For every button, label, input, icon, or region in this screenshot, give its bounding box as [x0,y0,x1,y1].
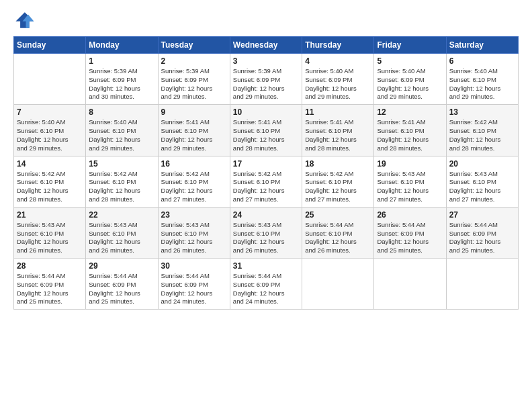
day-detail: Sunrise: 5:42 AM Sunset: 6:10 PM Dayligh… [449,118,515,152]
calendar-cell: 28Sunrise: 5:44 AM Sunset: 6:09 PM Dayli… [14,259,86,310]
week-row-3: 14Sunrise: 5:42 AM Sunset: 6:10 PM Dayli… [14,156,519,207]
calendar-cell: 5Sunrise: 5:40 AM Sunset: 6:09 PM Daylig… [374,54,446,105]
day-number: 3 [233,56,299,66]
day-detail: Sunrise: 5:41 AM Sunset: 6:10 PM Dayligh… [233,118,299,152]
day-number: 12 [377,107,443,117]
day-detail: Sunrise: 5:42 AM Sunset: 6:10 PM Dayligh… [161,170,227,204]
week-row-5: 28Sunrise: 5:44 AM Sunset: 6:09 PM Dayli… [14,259,519,310]
logo-icon [13,11,35,30]
calendar-cell: 31Sunrise: 5:44 AM Sunset: 6:09 PM Dayli… [230,259,302,310]
day-detail: Sunrise: 5:44 AM Sunset: 6:09 PM Dayligh… [161,272,227,306]
day-number: 6 [449,56,515,66]
week-row-4: 21Sunrise: 5:43 AM Sunset: 6:10 PM Dayli… [14,207,519,258]
col-header-tuesday: Tuesday [158,37,230,54]
day-number: 31 [233,261,299,271]
calendar-cell: 2Sunrise: 5:39 AM Sunset: 6:09 PM Daylig… [158,54,230,105]
day-number: 16 [161,159,227,169]
day-detail: Sunrise: 5:41 AM Sunset: 6:10 PM Dayligh… [305,118,371,152]
header-row: SundayMondayTuesdayWednesdayThursdayFrid… [14,37,519,54]
day-detail: Sunrise: 5:43 AM Sunset: 6:10 PM Dayligh… [17,221,83,255]
calendar-cell: 13Sunrise: 5:42 AM Sunset: 6:10 PM Dayli… [446,105,518,156]
calendar-cell: 20Sunrise: 5:43 AM Sunset: 6:10 PM Dayli… [446,156,518,207]
calendar-cell [446,259,518,310]
calendar-cell: 26Sunrise: 5:44 AM Sunset: 6:09 PM Dayli… [374,207,446,258]
day-number: 17 [233,159,299,169]
calendar-cell [374,259,446,310]
calendar-cell: 19Sunrise: 5:43 AM Sunset: 6:10 PM Dayli… [374,156,446,207]
day-detail: Sunrise: 5:40 AM Sunset: 6:09 PM Dayligh… [305,67,371,101]
calendar-cell: 22Sunrise: 5:43 AM Sunset: 6:10 PM Dayli… [86,207,158,258]
calendar-cell: 8Sunrise: 5:40 AM Sunset: 6:10 PM Daylig… [86,105,158,156]
day-number: 1 [89,56,154,66]
calendar-cell: 23Sunrise: 5:43 AM Sunset: 6:10 PM Dayli… [158,207,230,258]
day-detail: Sunrise: 5:43 AM Sunset: 6:10 PM Dayligh… [449,170,515,204]
day-detail: Sunrise: 5:40 AM Sunset: 6:10 PM Dayligh… [89,118,154,152]
calendar-cell: 18Sunrise: 5:42 AM Sunset: 6:10 PM Dayli… [302,156,374,207]
day-detail: Sunrise: 5:44 AM Sunset: 6:09 PM Dayligh… [89,272,154,306]
day-number: 5 [377,56,443,66]
day-detail: Sunrise: 5:42 AM Sunset: 6:10 PM Dayligh… [89,170,154,204]
page: SundayMondayTuesdayWednesdayThursdayFrid… [0,0,532,316]
day-number: 9 [161,107,227,117]
day-detail: Sunrise: 5:42 AM Sunset: 6:10 PM Dayligh… [17,170,83,204]
day-detail: Sunrise: 5:43 AM Sunset: 6:10 PM Dayligh… [161,221,227,255]
calendar-cell: 4Sunrise: 5:40 AM Sunset: 6:09 PM Daylig… [302,54,374,105]
day-number: 23 [161,210,227,220]
calendar-cell: 10Sunrise: 5:41 AM Sunset: 6:10 PM Dayli… [230,105,302,156]
day-detail: Sunrise: 5:40 AM Sunset: 6:09 PM Dayligh… [377,67,443,101]
day-detail: Sunrise: 5:43 AM Sunset: 6:10 PM Dayligh… [89,221,154,255]
header [13,11,519,30]
calendar-cell [14,54,86,105]
day-detail: Sunrise: 5:41 AM Sunset: 6:10 PM Dayligh… [161,118,227,152]
day-number: 30 [161,261,227,271]
calendar-cell: 14Sunrise: 5:42 AM Sunset: 6:10 PM Dayli… [14,156,86,207]
day-number: 20 [449,159,515,169]
day-detail: Sunrise: 5:39 AM Sunset: 6:09 PM Dayligh… [89,67,154,101]
calendar-table: SundayMondayTuesdayWednesdayThursdayFrid… [13,36,519,310]
day-number: 15 [89,159,154,169]
day-detail: Sunrise: 5:43 AM Sunset: 6:10 PM Dayligh… [233,221,299,255]
calendar-cell: 16Sunrise: 5:42 AM Sunset: 6:10 PM Dayli… [158,156,230,207]
day-number: 19 [377,159,443,169]
day-detail: Sunrise: 5:40 AM Sunset: 6:10 PM Dayligh… [17,118,83,152]
calendar-cell: 29Sunrise: 5:44 AM Sunset: 6:09 PM Dayli… [86,259,158,310]
day-number: 25 [305,210,371,220]
col-header-friday: Friday [374,37,446,54]
calendar-cell: 15Sunrise: 5:42 AM Sunset: 6:10 PM Dayli… [86,156,158,207]
day-detail: Sunrise: 5:39 AM Sunset: 6:09 PM Dayligh… [233,67,299,101]
calendar-cell: 11Sunrise: 5:41 AM Sunset: 6:10 PM Dayli… [302,105,374,156]
calendar-cell: 17Sunrise: 5:42 AM Sunset: 6:10 PM Dayli… [230,156,302,207]
calendar-cell: 24Sunrise: 5:43 AM Sunset: 6:10 PM Dayli… [230,207,302,258]
day-detail: Sunrise: 5:44 AM Sunset: 6:10 PM Dayligh… [305,221,371,255]
day-number: 28 [17,261,83,271]
calendar-cell: 27Sunrise: 5:44 AM Sunset: 6:09 PM Dayli… [446,207,518,258]
col-header-thursday: Thursday [302,37,374,54]
week-row-1: 1Sunrise: 5:39 AM Sunset: 6:09 PM Daylig… [14,54,519,105]
day-number: 21 [17,210,83,220]
day-detail: Sunrise: 5:44 AM Sunset: 6:09 PM Dayligh… [449,221,515,255]
calendar-cell [302,259,374,310]
day-detail: Sunrise: 5:43 AM Sunset: 6:10 PM Dayligh… [377,170,443,204]
col-header-sunday: Sunday [14,37,86,54]
day-number: 22 [89,210,154,220]
day-number: 14 [17,159,83,169]
calendar-cell: 9Sunrise: 5:41 AM Sunset: 6:10 PM Daylig… [158,105,230,156]
calendar-cell: 3Sunrise: 5:39 AM Sunset: 6:09 PM Daylig… [230,54,302,105]
col-header-saturday: Saturday [446,37,518,54]
day-detail: Sunrise: 5:42 AM Sunset: 6:10 PM Dayligh… [305,170,371,204]
day-number: 18 [305,159,371,169]
logo [13,11,38,30]
day-detail: Sunrise: 5:42 AM Sunset: 6:10 PM Dayligh… [233,170,299,204]
day-number: 11 [305,107,371,117]
day-detail: Sunrise: 5:41 AM Sunset: 6:10 PM Dayligh… [377,118,443,152]
day-number: 2 [161,56,227,66]
calendar-cell: 25Sunrise: 5:44 AM Sunset: 6:10 PM Dayli… [302,207,374,258]
day-number: 27 [449,210,515,220]
day-number: 24 [233,210,299,220]
day-detail: Sunrise: 5:39 AM Sunset: 6:09 PM Dayligh… [161,67,227,101]
calendar-cell: 30Sunrise: 5:44 AM Sunset: 6:09 PM Dayli… [158,259,230,310]
day-number: 8 [89,107,154,117]
day-detail: Sunrise: 5:44 AM Sunset: 6:09 PM Dayligh… [17,272,83,306]
day-detail: Sunrise: 5:40 AM Sunset: 6:10 PM Dayligh… [449,67,515,101]
calendar-cell: 21Sunrise: 5:43 AM Sunset: 6:10 PM Dayli… [14,207,86,258]
